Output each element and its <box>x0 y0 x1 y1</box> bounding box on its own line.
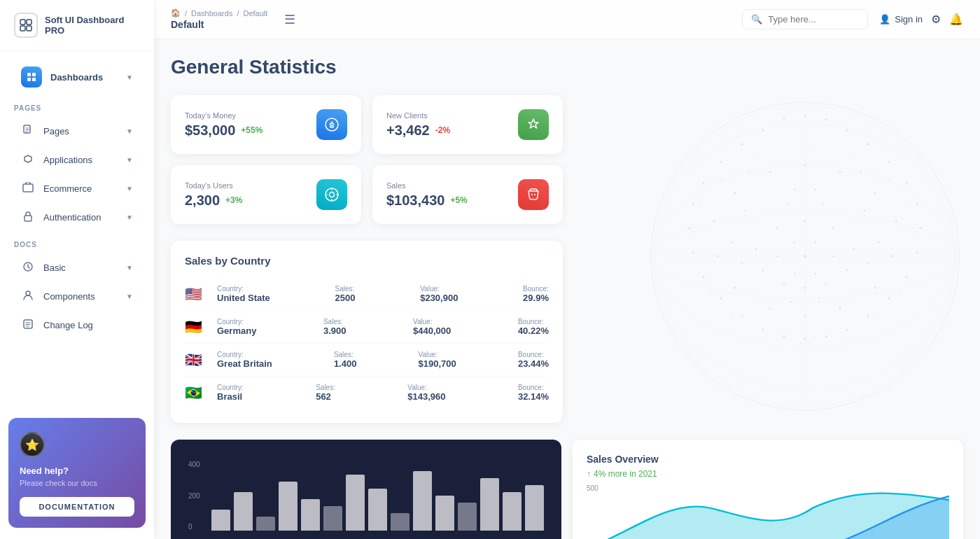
ecommerce-icon <box>21 182 35 195</box>
svg-point-62 <box>769 172 771 174</box>
breadcrumb: 🏠 / Dashboards / Default Default <box>171 8 267 30</box>
svg-point-87 <box>776 255 778 257</box>
country-row-de: 🇩🇪 Country: Germany Sales: 3.900 Value: … <box>185 311 549 344</box>
svg-point-58 <box>734 287 736 289</box>
stat-card-sales: Sales $103,430 +5% <box>372 165 563 224</box>
bottom-charts-row: 400 200 0 <box>171 440 963 539</box>
search-icon: 🔍 <box>751 14 762 24</box>
svg-point-103 <box>692 231 694 232</box>
svg-point-45 <box>689 227 691 230</box>
components-icon <box>21 290 35 303</box>
stat-card-users: Today's Users 2,300 +3% <box>171 165 361 224</box>
sidebar-item-changelog[interactable]: Change Log <box>7 312 147 339</box>
us-value: $230,900 <box>420 293 458 303</box>
sales-by-country-card: Sales by Country 🇺🇸 Country: United Stat… <box>171 241 563 423</box>
svg-point-17 <box>654 165 955 347</box>
svg-point-104 <box>913 262 914 264</box>
svg-point-54 <box>874 287 876 289</box>
bar-9 <box>391 513 410 531</box>
de-bounce: 40.22% <box>518 326 549 336</box>
svg-point-35 <box>867 315 869 317</box>
breadcrumb-dashboards[interactable]: Dashboards <box>191 9 232 18</box>
svg-point-24 <box>867 144 869 146</box>
svg-point-100 <box>909 203 911 204</box>
clients-value: +3,462 <box>386 122 430 139</box>
pages-icon <box>21 125 35 138</box>
sidebar-item-basic[interactable]: Basic ▼ <box>7 254 147 281</box>
svg-point-99 <box>720 178 722 180</box>
svg-point-36 <box>846 329 848 331</box>
users-change: +3% <box>225 195 242 205</box>
svg-point-74 <box>815 189 816 190</box>
stat-card-money: Today's Money $53,000 +55% <box>171 95 361 154</box>
svg-point-91 <box>794 273 795 274</box>
svg-point-83 <box>748 172 750 173</box>
svg-point-105 <box>696 262 697 264</box>
bar-chart-bars <box>211 461 544 534</box>
sales-icon <box>518 179 549 210</box>
svg-point-46 <box>692 203 694 205</box>
clients-label: New Clients <box>386 111 450 120</box>
svg-point-89 <box>741 262 743 264</box>
gb-country: Great Britain <box>217 358 272 369</box>
svg-rect-1 <box>27 20 31 24</box>
svg-point-18 <box>654 123 955 389</box>
search-input[interactable] <box>768 14 859 24</box>
sidebar-item-ecommerce[interactable]: Ecommerce ▼ <box>7 175 147 202</box>
sidebar-item-authentication[interactable]: Authentication ▼ <box>7 204 147 231</box>
header-right: 🔍 👤 Sign in ⚙ 🔔 <box>742 9 963 29</box>
menu-icon[interactable]: ☰ <box>279 9 301 30</box>
svg-point-26 <box>762 130 764 132</box>
sidebar-item-components[interactable]: Components ▼ <box>7 283 147 310</box>
sidebar-dashboards-label: Dashboards <box>50 72 103 83</box>
svg-point-94 <box>808 150 809 152</box>
svg-point-118 <box>534 194 536 195</box>
bar-chart-card: 400 200 0 <box>171 440 561 539</box>
stat-card-clients: New Clients +3,462 -2% <box>372 95 563 154</box>
globe-decoration: // This is decorative SVG content <box>630 81 980 431</box>
sales-overview-title: Sales Overview <box>587 454 949 465</box>
settings-icon[interactable]: ⚙ <box>931 13 941 26</box>
svg-point-114 <box>326 118 338 131</box>
svg-point-39 <box>783 336 785 338</box>
basic-icon <box>21 261 35 274</box>
sidebar-item-dashboards[interactable]: Dashboards ▼ <box>7 59 147 94</box>
gb-bounce: 23.44% <box>518 358 549 369</box>
country-row-gb: 🇬🇧 Country: Great Britain Sales: 1.400 V… <box>185 344 549 377</box>
svg-point-110 <box>850 336 851 337</box>
svg-point-106 <box>899 290 900 292</box>
search-box[interactable]: 🔍 <box>742 9 868 29</box>
svg-point-82 <box>860 172 862 173</box>
signin-button[interactable]: 👤 Sign in <box>879 14 923 24</box>
ecommerce-chevron: ▼ <box>126 185 133 192</box>
svg-point-112 <box>808 343 809 344</box>
sales-line-chart: 500 400 <box>587 484 949 539</box>
svg-point-52 <box>895 220 897 223</box>
help-star-icon: ⭐ <box>20 432 45 457</box>
svg-point-80 <box>822 203 823 204</box>
svg-point-117 <box>531 194 533 195</box>
sidebar-applications-label: Applications <box>43 155 92 165</box>
us-sales-label: Sales: <box>335 285 356 293</box>
app-name: Soft UI Dashboard PRO <box>45 15 140 36</box>
breadcrumb-separator1: / <box>185 9 187 18</box>
svg-point-28 <box>888 161 890 163</box>
sidebar-nav: Dashboards ▼ PAGES Pages ▼ Applications … <box>0 51 154 407</box>
svg-point-15 <box>654 106 955 407</box>
line-chart-svg <box>608 484 949 539</box>
money-change: +55% <box>241 125 262 135</box>
notification-icon[interactable]: 🔔 <box>949 13 963 26</box>
sidebar-item-applications[interactable]: Applications ▼ <box>7 146 147 174</box>
documentation-button[interactable]: DOCUMENTATION <box>20 497 134 517</box>
bar-4 <box>279 482 298 531</box>
svg-point-85 <box>794 241 795 243</box>
components-chevron: ▼ <box>126 293 133 300</box>
clients-change: -2% <box>435 125 450 135</box>
auth-chevron: ▼ <box>126 214 133 221</box>
svg-point-47 <box>703 182 705 184</box>
sidebar-item-pages[interactable]: Pages ▼ <box>7 118 147 145</box>
gb-flag: 🇬🇧 <box>185 351 206 368</box>
home-icon: 🏠 <box>171 8 181 18</box>
money-label: Today's Money <box>185 111 262 120</box>
help-title: Need help? <box>20 465 134 476</box>
